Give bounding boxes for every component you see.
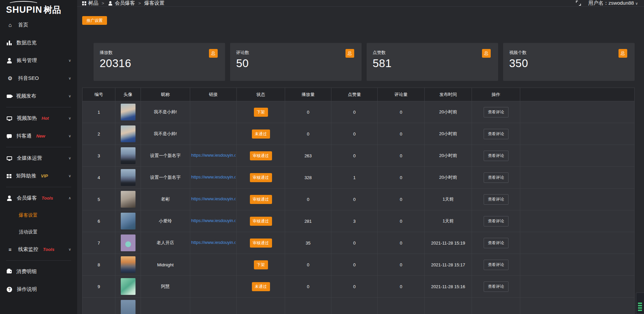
cell-filler (520, 123, 635, 145)
cell-likes: 0 (331, 254, 378, 276)
sidebar-item-video-publish[interactable]: 视频发布∨ (0, 87, 77, 105)
column-header (520, 88, 635, 101)
table-wrap: 编号头像昵称链接状态播放量点赞量评论量发布时间操作 1 我不是小帅! 下架 0 … (82, 88, 635, 314)
video-link[interactable]: https://www.iesdouyin.c (191, 218, 235, 223)
cell-id: 9 (83, 276, 115, 298)
cell-nickname: Midnight (141, 254, 190, 276)
stats-row: 播放数 20316 总 评论数 50 总 点赞数 581 总 视频个数 350 … (94, 43, 635, 81)
cell-id: 1 (83, 101, 115, 123)
fullscreen-icon[interactable] (576, 1, 581, 6)
floating-widget[interactable] (636, 293, 644, 314)
sidebar-subitem-activity-settings[interactable]: 活动设置 (0, 224, 77, 241)
avatar (121, 213, 136, 229)
sidebar-item-video-heat[interactable]: 视频加热Hot∨ (0, 109, 77, 127)
column-header: 播放量 (285, 88, 331, 101)
status-button[interactable]: 审核通过 (250, 173, 272, 182)
status-button[interactable]: 审核通过 (250, 239, 272, 248)
view-comments-button[interactable]: 查看评论 (484, 107, 508, 117)
video-link[interactable]: https://www.iesdouyin.c (191, 174, 235, 179)
sidebar-item-account-manage[interactable]: 账号管理∨ (0, 52, 77, 69)
promo-settings-button[interactable]: 推广设置 (82, 16, 107, 25)
status-button[interactable]: 审核通过 (250, 151, 272, 160)
sidebar-item-data-overview[interactable]: 数据总览 (0, 34, 77, 52)
sidebar-item-home[interactable]: ⌂首页 (0, 16, 77, 34)
cell-plays: 263 (285, 145, 331, 167)
view-comments-button[interactable]: 查看评论 (484, 281, 508, 292)
sidebar-item-matrix-boost[interactable]: 矩阵助推VIP∨ (0, 167, 77, 185)
cell-action: 查看评论 (472, 210, 520, 232)
breadcrumb-item[interactable]: 会员爆客 (108, 0, 135, 6)
cell-comments: 0 (378, 145, 425, 167)
cell-comments (378, 298, 425, 314)
cell-avatar (115, 254, 141, 276)
view-comments-button[interactable]: 查看评论 (484, 151, 508, 161)
cell-status (237, 298, 285, 314)
view-comments-button[interactable]: 查看评论 (484, 194, 508, 205)
video-link[interactable]: https://www.iesdouyin.c (191, 153, 235, 158)
breadcrumb-item[interactable]: 树品 (82, 0, 98, 6)
home-icon: ⌂ (7, 22, 13, 28)
cell-plays: 281 (285, 210, 331, 232)
table-row: 8 Midnight 下架 0 0 0 2021-11-28 15:17 查看评… (83, 254, 635, 276)
sidebar-item-member-baoke[interactable]: 会员爆客Tools∧ (0, 189, 77, 207)
sidebar-item-operation-guide[interactable]: ?操作说明 (0, 280, 77, 298)
video-link[interactable]: https://www.iesdouyin.c (191, 240, 235, 245)
user-icon (7, 196, 12, 201)
sidebar-item-douyin-seo[interactable]: ⚙抖音SEO∨ (0, 69, 77, 87)
username[interactable]: 用户名：zswodun88∨ (588, 0, 638, 6)
gear-icon: ⚙ (7, 76, 13, 81)
status-button[interactable]: 审核通过 (250, 195, 272, 204)
table-row: 4 设置一个新名字 https://www.iesdouyin.c 审核通过 3… (83, 167, 635, 189)
chevron-down-icon: ∨ (68, 58, 71, 63)
cell-time: 2021-11-28 15:17 (425, 254, 472, 276)
cell-id: 8 (83, 254, 115, 276)
sidebar-item-clue-monitor[interactable]: ≡线索监控Tools∨ (0, 241, 77, 258)
status-button[interactable]: 未通过 (252, 129, 270, 139)
equalizer-bars-icon (638, 303, 642, 312)
status-button[interactable]: 未通过 (252, 282, 270, 291)
table-row: 9 阿慧 未通过 0 0 0 2021-11-28 15:16 查看评论 (83, 276, 635, 298)
dashboard-icon (82, 1, 86, 5)
table-row (83, 298, 635, 314)
cell-filler (520, 298, 635, 314)
cell-plays: 0 (285, 123, 331, 145)
status-button[interactable]: 下架 (254, 108, 268, 117)
view-comments-button[interactable]: 查看评论 (484, 238, 508, 248)
sidebar-item-consume-detail[interactable]: 消费明细 (0, 263, 77, 280)
status-button[interactable]: 审核通过 (250, 217, 272, 226)
cell-nickname: 设置一个新名字 (141, 167, 190, 189)
sidebar-divider (6, 187, 71, 187)
breadcrumb-separator: > (102, 1, 104, 6)
total-badge: 总 (345, 49, 354, 58)
app-logo[interactable]: SHUPIN树品 (0, 0, 77, 16)
cell-filler (520, 276, 635, 298)
cell-action: 查看评论 (472, 276, 520, 298)
sidebar-subitem-baoke-settings[interactable]: 爆客设置 (0, 207, 77, 224)
sidebar-item-douketong[interactable]: 抖客通New∨ (0, 127, 77, 145)
chat-icon (7, 134, 12, 138)
sidebar-item-media-operation[interactable]: 全媒体运营∨ (0, 149, 77, 167)
view-comments-button[interactable]: 查看评论 (484, 129, 508, 139)
cell-avatar (115, 276, 141, 298)
view-comments-button[interactable]: 查看评论 (484, 260, 508, 270)
cell-time: 20小时前 (425, 167, 472, 189)
avatar (121, 256, 136, 273)
cell-plays: 0 (285, 189, 331, 210)
chevron-up-icon: ∧ (68, 196, 71, 200)
cell-comments: 0 (378, 167, 425, 189)
table-row: 5 老彬 https://www.iesdouyin.c 审核通过 0 0 0 … (83, 189, 635, 210)
cell-action: 查看评论 (472, 145, 520, 167)
video-link[interactable]: https://www.iesdouyin.c (191, 196, 235, 201)
breadcrumb-item[interactable]: 爆客设置 (144, 0, 164, 6)
cell-comments: 0 (378, 123, 425, 145)
cell-id: 4 (83, 167, 115, 189)
cell-nickname: 我不是小帅! (141, 101, 190, 123)
view-comments-button[interactable]: 查看评论 (484, 172, 508, 183)
cell-nickname: 老彬 (141, 189, 190, 210)
cell-link (190, 254, 237, 276)
sidebar-menu: ⌂首页数据总览账号管理∨⚙抖音SEO∨视频发布∨视频加热Hot∨抖客通New∨全… (0, 16, 77, 298)
status-button[interactable]: 下架 (254, 260, 268, 269)
cell-action: 查看评论 (472, 254, 520, 276)
view-comments-button[interactable]: 查看评论 (484, 216, 508, 226)
cell-status: 审核通过 (237, 189, 285, 210)
